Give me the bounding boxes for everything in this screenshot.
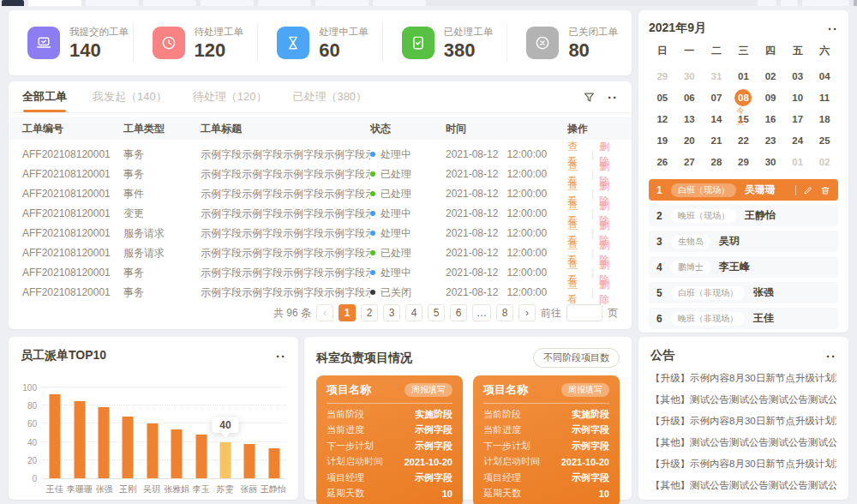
calendar-day[interactable]: 30 [676,65,704,87]
calendar-day[interactable]: 29 [730,151,758,172]
calendar-day[interactable]: 17 [784,108,812,129]
cell-time: 2021-08-1212:00:00 [446,188,567,200]
table-row[interactable]: AFF202108120001事务示例字段示例字段示例字段示例字段示例字段已关闭… [9,278,632,297]
calendar-day[interactable]: 30 [757,151,784,172]
table-more-icon[interactable]: ·· [608,91,618,104]
bar[interactable] [99,407,110,478]
calendar-day-today[interactable]: 08今天 [730,87,758,108]
announcement-item[interactable]: 【其他】测试公告测试公告测试公告测试公告测试公告 [650,393,836,406]
announcement-item[interactable]: 【其他】测试公告测试公告测试公告测试公告测试公告 [650,436,836,449]
table-row[interactable]: AFF202108120001变更示例字段示例字段示例字段示例字段示例字段处理中… [9,199,632,219]
field-value: 10 [599,489,609,499]
delete-link[interactable]: 删除 [599,278,618,307]
stage-count-button[interactable]: 不同阶段项目数 [533,348,620,368]
page-button[interactable]: 5 [428,304,445,321]
page-button[interactable]: 6 [450,304,467,321]
announcement-item[interactable]: 【升级】示例内容8月30日新节点升级计划通知 [650,458,836,471]
bar[interactable] [123,417,134,478]
calendar-day[interactable]: 20 [676,129,704,151]
bar[interactable] [74,401,85,478]
bar[interactable] [147,423,158,478]
announcement-item[interactable]: 【升级】示例内容8月30日新节点升级计划通知 [650,372,836,385]
calendar-day[interactable]: 21 [703,129,730,151]
table-row[interactable]: AFF202108120001事务示例字段示例字段示例字段示例字段示例字段处理中… [9,140,632,159]
tab-active[interactable]: 全部工单 [22,81,67,112]
calendar-day[interactable]: 28 [703,151,730,172]
calendar-day[interactable]: 25 [811,129,838,151]
cell-order-title: 示例字段示例字段示例字段示例字段示例字段 [201,285,370,300]
calendar-day[interactable]: 29 [649,65,676,87]
cell-time: 2021-08-1212:00:00 [446,168,567,180]
calendar-day[interactable]: 31 [703,65,730,87]
calendar-day[interactable]: 18 [811,108,838,129]
tab-inactive[interactable]: 我发起（140） [93,81,167,112]
calendar-day[interactable]: 23 [757,129,784,151]
calendar-day[interactable]: 05 [649,87,676,108]
cell-status: 已处理 [370,187,446,201]
page-button-active[interactable]: 1 [339,304,356,321]
filter-funnel-icon[interactable] [583,91,596,104]
shift-row[interactable]: 1白班（现场）吴珊珊 [649,179,838,201]
page-button[interactable]: 3 [383,304,400,321]
calendar-day[interactable]: 01 [730,65,758,87]
table-row[interactable]: AFF202108120001服务请求示例字段示例字段示例字段示例字段示例字段处… [9,219,632,238]
calendar-day[interactable]: 10 [784,87,812,108]
calendar-day[interactable]: 03 [784,65,812,87]
page-button[interactable]: … [472,304,491,321]
bar[interactable] [244,444,255,478]
announcement-item[interactable]: 【升级】示例内容8月30日新节点升级计划通知 [650,415,836,428]
shift-row[interactable]: 4鹏博士李王峰 [649,256,838,278]
calendar-day[interactable]: 19 [649,129,676,151]
calendar-day[interactable]: 11 [811,87,838,108]
calendar-day[interactable]: 13 [676,108,704,129]
shift-row[interactable]: 3生物岛吴玥 [649,231,838,252]
trash-icon[interactable] [820,185,830,195]
table-row[interactable]: AFF202108120001事务示例字段示例字段示例字段示例字段示例字段处理中… [9,258,632,278]
tab-inactive[interactable]: 待处理（120） [193,81,267,112]
table-row[interactable]: AFF202108120001事务示例字段示例字段示例字段示例字段示例字段已处理… [9,159,632,179]
bar[interactable] [268,448,279,478]
weekly-report-badge[interactable]: 周报填写 [405,383,452,397]
page-button[interactable]: 8 [496,304,513,321]
bar[interactable] [171,429,183,478]
calendar-day[interactable]: 26 [649,151,676,172]
calendar-day[interactable]: 06 [676,87,704,108]
calendar-day[interactable]: 22 [730,129,758,151]
date-text: 2021-08-12 [446,168,498,180]
announcements-more-icon[interactable]: ·· [826,350,836,363]
view-link[interactable]: 查看 [567,278,586,307]
announcement-item[interactable]: 【其他】测试公告测试公告测试公告测试公告测试公告 [650,479,836,492]
prev-page-button[interactable]: ‹ [316,304,333,321]
project-card[interactable]: 项目名称周报填写当前阶段实施阶段当前进度示例字段下一步计划示例字段计划启动时间2… [473,375,620,504]
page-button[interactable]: 2 [361,304,378,321]
page-button[interactable]: 4 [405,304,423,321]
calendar-day[interactable]: 04 [811,65,838,87]
shift-row[interactable]: 5白班（非现场）张强 [649,282,838,303]
table-row[interactable]: AFF202108120001服务请求示例字段示例字段示例字段示例字段示例字段已… [9,238,632,258]
calendar-day[interactable]: 27 [676,151,704,172]
project-card[interactable]: 项目名称周报填写当前阶段实施阶段当前进度示例字段下一步计划示例字段计划启动时间2… [316,375,463,504]
bar[interactable] [195,435,207,478]
shift-row[interactable]: 2晚班（现场）王静怡 [649,205,838,226]
bar[interactable] [50,394,61,478]
pagination-goto-input[interactable] [566,304,602,321]
calendar-day[interactable]: 14 [703,108,730,129]
calendar-more-icon[interactable]: ·· [828,22,838,35]
calendar-day[interactable]: 07 [703,87,730,108]
calendar-day[interactable]: 01 [784,151,812,172]
calendar-day[interactable]: 09 [757,87,784,108]
next-page-button[interactable]: › [518,304,536,321]
calendar-day[interactable]: 02 [811,151,838,172]
calendar-day[interactable]: 12 [649,108,676,129]
calendar-day[interactable]: 16 [757,108,784,129]
weekly-report-badge[interactable]: 周报填写 [561,383,609,397]
bar-highlighted[interactable] [220,442,231,478]
shift-row[interactable]: 6晚班（非现场）王佳 [649,308,838,329]
chart-more-icon[interactable]: ·· [276,350,286,363]
calendar-day[interactable]: 24 [784,129,812,151]
pagination-total: 共 96 条 [273,306,311,321]
edit-pencil-icon[interactable] [803,185,813,195]
calendar-day[interactable]: 02 [757,65,784,87]
table-row[interactable]: AFF202108120001事件示例字段示例字段示例字段示例字段示例字段已处理… [9,179,632,199]
tab-inactive[interactable]: 已处理（380） [292,81,367,112]
